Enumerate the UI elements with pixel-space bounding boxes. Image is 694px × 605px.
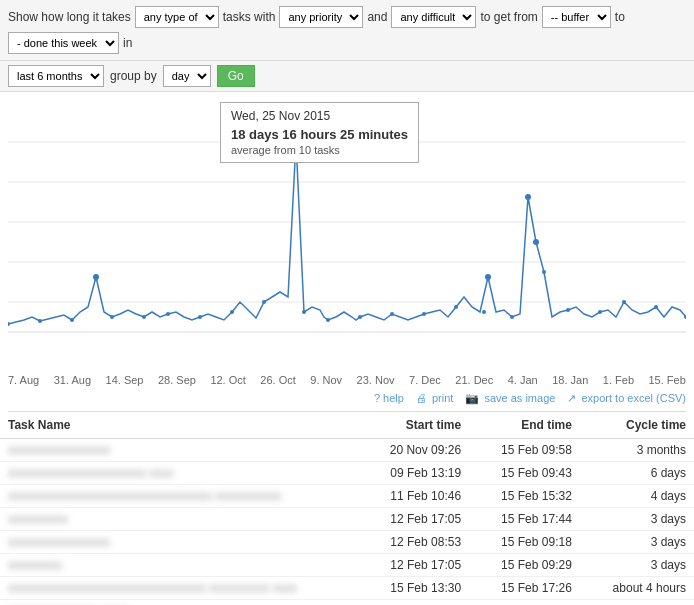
tooltip-value: 18 days 16 hours 25 minutes [231, 127, 408, 142]
svg-point-15 [110, 315, 114, 319]
end-time-cell: 15 Feb 17:44 [469, 508, 580, 531]
svg-point-29 [542, 270, 546, 274]
group-by-label: group by [110, 69, 157, 83]
task-name-cell: xxxxxxxxxxxxxxxxxxxxxxxxxxxxxxxxxx xxxxx… [0, 485, 358, 508]
task-name-cell: xxxxxxxxxxxxxxx xxxxx [0, 600, 358, 606]
svg-point-13 [38, 319, 42, 323]
x-label-3: 28. Sep [158, 374, 196, 386]
svg-point-32 [622, 300, 626, 304]
x-label-9: 21. Dec [455, 374, 493, 386]
camera-icon: 📷 [465, 392, 479, 404]
x-label-10: 4. Jan [508, 374, 538, 386]
svg-point-22 [326, 318, 330, 322]
second-bar: last 6 months group by day Go [0, 61, 694, 92]
svg-point-19 [230, 310, 234, 314]
priority-select[interactable]: any priority [279, 6, 363, 28]
help-link[interactable]: ? help [374, 392, 404, 405]
cycle-time-cell: 3 months [580, 439, 694, 462]
show-label: Show how long it takes [8, 10, 131, 24]
difficulty-select[interactable]: any difficult [391, 6, 476, 28]
go-button[interactable]: Go [217, 65, 255, 87]
svg-point-31 [598, 310, 602, 314]
chart-area: Wed, 25 Nov 2015 18 days 16 hours 25 min… [0, 92, 694, 372]
svg-point-18 [198, 315, 202, 319]
done-select[interactable]: - done this week [8, 32, 119, 54]
cycle-time-cell: 6 days [580, 462, 694, 485]
table-row: xxxxxxxxxx12 Feb 17:0515 Feb 17:443 days [0, 508, 694, 531]
get-from-label: to get from [480, 10, 537, 24]
chart-tooltip: Wed, 25 Nov 2015 18 days 16 hours 25 min… [220, 102, 419, 163]
x-label-0: 7. Aug [8, 374, 39, 386]
start-time-cell: 15 Feb 08:31 [358, 600, 470, 606]
buffer-select[interactable]: -- buffer [542, 6, 611, 28]
col-end: End time [469, 412, 580, 439]
x-label-13: 15. Feb [649, 374, 686, 386]
cycle-time-cell: 4 days [580, 485, 694, 508]
x-label-5: 26. Oct [260, 374, 295, 386]
svg-point-8 [485, 274, 491, 280]
svg-point-20 [262, 300, 266, 304]
type-select[interactable]: any type of [135, 6, 219, 28]
svg-point-9 [525, 194, 531, 200]
task-name-cell: xxxxxxxxxx [0, 508, 358, 531]
svg-point-23 [358, 315, 362, 319]
end-time-cell: 15 Feb 09:29 [469, 554, 580, 577]
cycle-time-cell: 3 days [580, 531, 694, 554]
data-table: Task Name Start time End time Cycle time… [0, 412, 694, 605]
export-icon: ↗ [567, 392, 576, 404]
start-time-cell: 20 Nov 09:26 [358, 439, 470, 462]
end-time-cell: 15 Feb 11:43 [469, 600, 580, 606]
task-name-cell: xxxxxxxxxxxxxxxxx [0, 531, 358, 554]
cycle-time-cell: 3 days [580, 554, 694, 577]
save-link[interactable]: 📷 save as image [465, 392, 555, 405]
x-label-6: 9. Nov [310, 374, 342, 386]
cycle-time-cell: about 3 hours [580, 600, 694, 606]
save-label: save as image [484, 392, 555, 404]
print-link[interactable]: 🖨 print [416, 392, 453, 405]
svg-point-14 [70, 318, 74, 322]
period-select[interactable]: last 6 months [8, 65, 104, 87]
start-time-cell: 15 Feb 13:30 [358, 577, 470, 600]
svg-point-26 [454, 305, 458, 309]
to-label: to [615, 10, 625, 24]
svg-point-21 [302, 310, 306, 314]
table-row: xxxxxxxxxxxxxxxxxxxxxxxxxxxxxxxxx xxxxxx… [0, 577, 694, 600]
start-time-cell: 12 Feb 17:05 [358, 508, 470, 531]
svg-point-24 [390, 312, 394, 316]
svg-point-33 [654, 305, 658, 309]
svg-point-17 [166, 312, 170, 316]
print-label: print [432, 392, 453, 404]
day-select[interactable]: day [163, 65, 211, 87]
in-label: in [123, 36, 132, 50]
task-name-cell: xxxxxxxxxxxxxxxxxxxxxxxxxxxxxxxxx xxxxxx… [0, 577, 358, 600]
x-axis: 7. Aug 31. Aug 14. Sep 28. Sep 12. Oct 2… [0, 372, 694, 390]
x-label-7: 23. Nov [357, 374, 395, 386]
x-label-4: 12. Oct [210, 374, 245, 386]
table-row: xxxxxxxxxxxxxxxxx20 Nov 09:2615 Feb 09:5… [0, 439, 694, 462]
top-bar: Show how long it takes any type of tasks… [0, 0, 694, 61]
svg-point-25 [422, 312, 426, 316]
svg-point-30 [566, 308, 570, 312]
x-label-2: 14. Sep [106, 374, 144, 386]
svg-point-27 [482, 310, 486, 314]
table-row: xxxxxxxxx12 Feb 17:0515 Feb 09:293 days [0, 554, 694, 577]
table-row: xxxxxxxxxxxxxxxxxxxxxxx xxxx09 Feb 13:19… [0, 462, 694, 485]
svg-point-12 [8, 322, 10, 326]
end-time-cell: 15 Feb 09:18 [469, 531, 580, 554]
end-time-cell: 15 Feb 17:26 [469, 577, 580, 600]
start-time-cell: 12 Feb 17:05 [358, 554, 470, 577]
table-header-row: Task Name Start time End time Cycle time [0, 412, 694, 439]
col-start: Start time [358, 412, 470, 439]
table-row: xxxxxxxxxxxxxxx xxxxx15 Feb 08:3115 Feb … [0, 600, 694, 606]
end-time-cell: 15 Feb 09:58 [469, 439, 580, 462]
and-label: and [367, 10, 387, 24]
task-name-cell: xxxxxxxxxxxxxxxxx [0, 439, 358, 462]
svg-point-28 [510, 315, 514, 319]
start-time-cell: 09 Feb 13:19 [358, 462, 470, 485]
col-task: Task Name [0, 412, 358, 439]
table-row: xxxxxxxxxxxxxxxxxxxxxxxxxxxxxxxxxx xxxxx… [0, 485, 694, 508]
x-label-11: 18. Jan [552, 374, 588, 386]
export-link[interactable]: ↗ export to excel (CSV) [567, 392, 686, 405]
end-time-cell: 15 Feb 09:43 [469, 462, 580, 485]
svg-point-16 [142, 315, 146, 319]
